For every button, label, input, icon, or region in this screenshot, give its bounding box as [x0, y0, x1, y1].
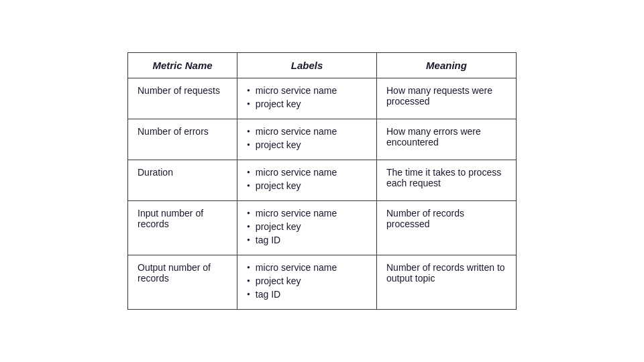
label-item: micro service name: [247, 85, 367, 96]
labels-cell: micro service nameproject keytag ID: [237, 255, 377, 310]
metrics-table-wrapper: Metric Name Labels Meaning Number of req…: [127, 52, 517, 310]
labels-cell: micro service nameproject key: [237, 78, 377, 119]
meaning-cell: Number of records processed: [377, 201, 517, 255]
meaning-cell: How many errors were encountered: [377, 119, 517, 160]
table-row: Output number of recordsmicro service na…: [128, 255, 517, 310]
header-metric-name: Metric Name: [128, 53, 237, 78]
metric-name-cell: Output number of records: [128, 255, 237, 310]
meaning-cell: Number of records written to output topi…: [377, 255, 517, 310]
metric-name-cell: Duration: [128, 160, 237, 201]
meaning-cell: The time it takes to process each reques…: [377, 160, 517, 201]
table-row: Number of errorsmicro service nameprojec…: [128, 119, 517, 160]
label-item: micro service name: [247, 126, 367, 137]
table-row: Input number of recordsmicro service nam…: [128, 201, 517, 255]
header-labels: Labels: [237, 53, 377, 78]
label-item: micro service name: [247, 208, 367, 219]
labels-cell: micro service nameproject keytag ID: [237, 201, 377, 255]
label-item: project key: [247, 221, 367, 232]
metric-name-cell: Input number of records: [128, 201, 237, 255]
labels-cell: micro service nameproject key: [237, 119, 377, 160]
label-item: project key: [247, 99, 367, 109]
labels-cell: micro service nameproject key: [237, 160, 377, 201]
label-item: project key: [247, 180, 367, 191]
label-item: project key: [247, 276, 367, 286]
metric-name-cell: Number of errors: [128, 119, 237, 160]
label-item: tag ID: [247, 289, 367, 300]
header-meaning: Meaning: [377, 53, 517, 78]
table-row: Number of requestsmicro service nameproj…: [128, 78, 517, 119]
label-item: project key: [247, 139, 367, 150]
table-row: Durationmicro service nameproject keyThe…: [128, 160, 517, 201]
meaning-cell: How many requests were processed: [377, 78, 517, 119]
label-item: micro service name: [247, 167, 367, 178]
metrics-table: Metric Name Labels Meaning Number of req…: [127, 52, 517, 310]
metric-name-cell: Number of requests: [128, 78, 237, 119]
label-item: tag ID: [247, 235, 367, 245]
label-item: micro service name: [247, 262, 367, 273]
